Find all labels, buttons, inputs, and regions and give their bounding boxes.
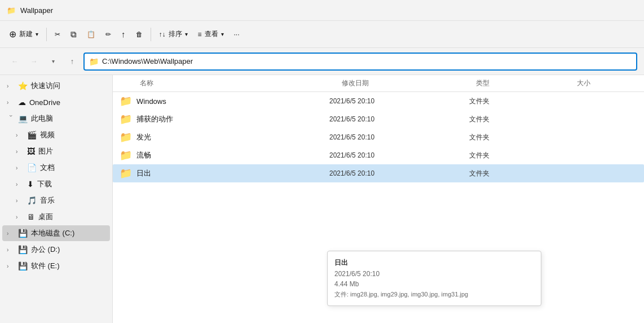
item-icon: ☁ — [18, 98, 26, 107]
sidebar-item-label: 下载 — [37, 179, 52, 189]
folder-icon: 📁 — [120, 95, 132, 107]
table-row[interactable]: 📁 捕获的动作 2021/6/5 20:10 文件夹 — [113, 110, 644, 128]
new-chevron-icon: ▾ — [36, 31, 38, 37]
file-name-label: 日出 — [136, 168, 151, 178]
up-button[interactable]: ↑ — [64, 54, 80, 69]
back-button[interactable]: ← — [7, 54, 23, 69]
sidebar-item-documents[interactable]: ›📄文档 — [2, 160, 110, 176]
sidebar-item-label: 音乐 — [40, 195, 55, 206]
chevron-icon: › — [7, 99, 15, 106]
sidebar-item-music[interactable]: ›🎵音乐 — [2, 193, 110, 208]
item-icon: ⬇ — [27, 180, 34, 189]
paste-button[interactable]: 📋 — [82, 25, 100, 43]
table-row[interactable]: 📁 日出 2021/6/5 20:10 文件夹 — [113, 164, 644, 182]
new-icon: ⊕ — [9, 29, 16, 40]
file-list-header: 名称 修改日期 类型 大小 — [113, 75, 644, 92]
chevron-icon: › — [16, 214, 24, 220]
file-name-col: 📁 发光 — [113, 131, 329, 143]
delete-button[interactable]: 🗑 — [131, 25, 147, 43]
file-name-label: Windows — [136, 97, 166, 106]
rename-button[interactable]: ✏ — [101, 25, 116, 43]
sort-button[interactable]: ↑↓ 排序 ▾ — [155, 25, 192, 43]
cut-button[interactable]: ✂ — [50, 25, 65, 43]
preview-title: 日出 — [334, 258, 534, 268]
dropdown-button[interactable]: ▾ — [45, 54, 61, 69]
file-name-col: 📁 捕获的动作 — [113, 113, 329, 125]
chevron-icon: › — [7, 263, 15, 269]
sidebar-item-label: 桌面 — [38, 212, 53, 222]
file-type-col: 文件夹 — [469, 133, 574, 142]
chevron-icon: › — [8, 115, 14, 123]
sidebar-item-quick-access[interactable]: ›⭐快速访问 — [2, 78, 110, 94]
table-row[interactable]: 📁 发光 2021/6/5 20:10 文件夹 — [113, 128, 644, 146]
more-icon: ··· — [234, 30, 240, 38]
new-button[interactable]: ⊕ 新建 ▾ — [5, 25, 43, 43]
chevron-icon: › — [16, 198, 24, 204]
file-name-label: 捕获的动作 — [136, 114, 173, 124]
item-icon: ⭐ — [18, 81, 28, 90]
item-icon: 🖼 — [27, 147, 35, 156]
sidebar-item-label: 快速访问 — [31, 81, 60, 91]
address-input-wrapper[interactable]: 📁 — [83, 53, 637, 71]
file-type-col: 文件夹 — [469, 115, 574, 124]
sidebar-item-label: OneDrive — [29, 98, 60, 107]
file-date-col: 2021/6/5 20:10 — [329, 151, 469, 159]
view-icon: ≡ — [198, 30, 202, 38]
column-name[interactable]: 名称 — [113, 78, 342, 88]
item-icon: 💾 — [18, 229, 28, 238]
view-label: 查看 — [205, 29, 218, 39]
forward-button[interactable]: → — [26, 54, 42, 69]
file-rows: 📁 Windows 2021/6/5 20:10 文件夹 📁 捕获的动作 202… — [113, 92, 644, 182]
sidebar-item-local-c[interactable]: ›💾本地磁盘 (C:) — [2, 225, 110, 241]
column-date: 修改日期 — [342, 78, 476, 88]
item-icon: 🎬 — [27, 130, 37, 139]
preview-date: 2021/6/5 20:10 — [334, 270, 534, 278]
folder-icon: 📁 — [120, 149, 132, 162]
address-input[interactable] — [102, 57, 632, 66]
title-bar-icon: 📁 — [7, 6, 16, 15]
file-name-label: 流畅 — [136, 150, 151, 160]
more-button[interactable]: ··· — [230, 25, 244, 43]
file-date-col: 2021/6/5 20:10 — [329, 133, 469, 141]
title-bar-title: Wallpaper — [20, 6, 53, 15]
sidebar-item-label: 办公 (D:) — [31, 245, 60, 255]
share-button[interactable]: ↑ — [117, 25, 130, 43]
sidebar-item-onedrive[interactable]: ›☁OneDrive — [2, 94, 110, 110]
file-name-col: 📁 Windows — [113, 95, 329, 107]
sidebar-item-videos[interactable]: ›🎬视频 — [2, 127, 110, 143]
sidebar-item-label: 本地磁盘 (C:) — [31, 228, 74, 238]
chevron-icon: › — [16, 149, 24, 155]
sidebar-item-this-pc[interactable]: ›💻此电脑 — [2, 111, 110, 126]
rename-icon: ✏ — [105, 30, 111, 38]
table-row[interactable]: 📁 流畅 2021/6/5 20:10 文件夹 — [113, 146, 644, 164]
share-icon: ↑ — [121, 29, 126, 39]
sidebar-item-office-d[interactable]: ›💾办公 (D:) — [2, 242, 110, 257]
back-icon: ← — [11, 57, 19, 66]
sidebar-item-downloads[interactable]: ›⬇下载 — [2, 176, 110, 192]
sidebar-item-pictures[interactable]: ›🖼图片 — [2, 143, 110, 159]
item-icon: 📄 — [27, 163, 37, 172]
file-date-col: 2021/6/5 20:10 — [329, 97, 469, 105]
sidebar-item-desktop[interactable]: ›🖥桌面 — [2, 209, 110, 225]
chevron-icon: › — [7, 230, 15, 237]
cut-icon: ✂ — [55, 30, 60, 38]
view-button[interactable]: ≡ 查看 ▾ — [193, 25, 228, 43]
file-date-col: 2021/6/5 20:10 — [329, 115, 469, 123]
column-type: 类型 — [476, 78, 577, 88]
file-type-col: 文件夹 — [469, 169, 574, 178]
address-bar: ← → ▾ ↑ 📁 — [0, 48, 644, 75]
up-icon: ↑ — [70, 57, 74, 66]
chevron-icon: › — [7, 247, 15, 253]
folder-icon: 📁 — [120, 131, 132, 143]
toolbar-sep-2 — [151, 28, 151, 41]
address-folder-icon: 📁 — [89, 57, 99, 66]
table-row[interactable]: 📁 Windows 2021/6/5 20:10 文件夹 — [113, 92, 644, 110]
forward-icon: → — [30, 57, 38, 66]
item-icon: 🖥 — [27, 212, 35, 221]
sidebar-item-software-e[interactable]: ›💾软件 (E:) — [2, 258, 110, 274]
toolbar: ⊕ 新建 ▾ ✂ ⧉ 📋 ✏ ↑ 🗑 ↑↓ 排序 ▾ ≡ 查看 ▾ ··· — [0, 21, 644, 48]
copy-button[interactable]: ⧉ — [66, 25, 81, 43]
file-name-label: 发光 — [136, 132, 151, 142]
toolbar-sep-1 — [46, 28, 47, 41]
folder-icon: 📁 — [120, 113, 132, 125]
